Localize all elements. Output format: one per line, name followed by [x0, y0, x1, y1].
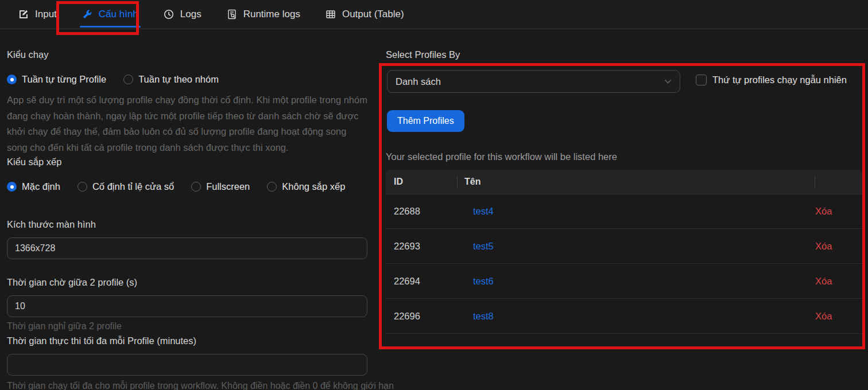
header-divider: [457, 176, 458, 188]
radio-fullscreen[interactable]: Fullscreen: [191, 181, 250, 192]
wait-time-input[interactable]: [7, 295, 367, 317]
random-order-checkbox-wrap[interactable]: Thứ tự profiles chạy ngẫu nhiên: [696, 75, 847, 85]
checkbox-unchecked-icon[interactable]: [696, 75, 707, 85]
file-search-icon: [227, 9, 237, 20]
screen-size-label: Kích thước màn hình: [7, 219, 367, 230]
radio-unselected-icon: [78, 182, 87, 192]
profile-id: 22688: [386, 206, 457, 217]
clock-icon: [164, 9, 174, 20]
random-order-label: Thứ tự profiles chạy ngẫu nhiên: [712, 75, 847, 85]
radio-label: Không sắp xếp: [282, 181, 345, 192]
wait-time-hint: Thời gian nghỉ giữa 2 profile: [7, 321, 367, 332]
radio-unselected-icon: [191, 182, 201, 192]
tab-output-table[interactable]: Output (Table): [313, 0, 417, 29]
radio-label: Tuần tự từng Profile: [22, 74, 106, 85]
table-row: 22696 test8 Xóa: [386, 299, 862, 334]
radio-selected-icon: [7, 182, 17, 192]
arrange-label: Kiểu sắp xếp: [7, 157, 367, 167]
chevron-down-icon: [664, 79, 672, 84]
config-panel: Kiểu chạy Tuần tự từng Profile Tuần tự t…: [7, 49, 367, 390]
screen-size-input[interactable]: [7, 237, 367, 259]
profiles-table: ID Tên 22688 test4 Xóa 22693 test5 Xóa 2…: [386, 170, 862, 334]
tab-label: Input: [35, 9, 57, 20]
radio-khong-sap-xep[interactable]: Không sắp xếp: [267, 181, 345, 192]
edit-icon: [18, 9, 29, 20]
radio-tuan-tu-theo-nhom[interactable]: Tuần tự theo nhóm: [123, 74, 219, 85]
table-icon: [326, 9, 336, 20]
max-time-hint-clipped: Thời gian chạy tối đa cho mỗi profile tr…: [7, 381, 367, 390]
run-type-radio-group: Tuần tự từng Profile Tuần tự theo nhóm: [7, 74, 367, 85]
profile-name-link[interactable]: test4: [473, 206, 494, 216]
arrange-radio-group: Mặc định Cố định tỉ lệ cửa sổ Fullscreen…: [7, 181, 367, 192]
profile-source-select[interactable]: Danh sách: [387, 70, 680, 93]
radio-unselected-icon: [123, 75, 133, 84]
profile-name-link[interactable]: test8: [473, 311, 494, 321]
header-divider: [815, 176, 815, 188]
profile-id: 22696: [386, 311, 457, 322]
table-row: 22693 test5 Xóa: [386, 229, 862, 264]
table-row: 22688 test4 Xóa: [386, 194, 862, 229]
radio-label: Cố định tỉ lệ cửa sổ: [92, 181, 174, 192]
delete-link[interactable]: Xóa: [815, 206, 832, 216]
profile-id: 22693: [386, 241, 457, 252]
tab-label: Cấu hình: [99, 9, 138, 20]
tab-input[interactable]: Input: [6, 0, 69, 29]
wait-time-label: Thời gian chờ giữa 2 profile (s): [7, 277, 367, 288]
profile-id: 22694: [386, 276, 457, 287]
radio-co-dinh-ti-le[interactable]: Cố định tỉ lệ cửa sổ: [78, 181, 174, 192]
tab-label: Logs: [180, 9, 202, 20]
radio-label: Fullscreen: [206, 181, 250, 192]
radio-mac-dinh[interactable]: Mặc định: [7, 181, 60, 192]
tab-label: Runtime logs: [243, 9, 300, 20]
tab-logs[interactable]: Logs: [151, 0, 214, 29]
radio-label: Mặc định: [22, 181, 60, 192]
radio-label: Tuần tự theo nhóm: [138, 74, 219, 85]
run-type-description: App sẽ duy trì một số lượng profile chạy…: [7, 92, 367, 155]
radio-tuan-tu-tung-profile[interactable]: Tuần tự từng Profile: [7, 74, 106, 85]
profiles-panel-header: Select Profiles By: [386, 49, 862, 60]
add-profiles-button[interactable]: Thêm Profiles: [387, 110, 464, 132]
select-profiles-by-label: Select Profiles By: [386, 49, 862, 60]
header-id: ID: [386, 177, 457, 187]
max-time-input[interactable]: [7, 354, 367, 376]
profile-name-link[interactable]: test5: [473, 241, 494, 251]
tab-runtime-logs[interactable]: Runtime logs: [214, 0, 313, 29]
tab-bar: Input Cấu hình Logs Runtime logs Output …: [0, 0, 868, 29]
run-type-label: Kiểu chạy: [7, 49, 367, 60]
tab-label: Output (Table): [342, 9, 404, 20]
radio-selected-icon: [7, 75, 17, 84]
max-time-label: Thời gian thực thi tối đa mỗi Profile (m…: [7, 336, 367, 346]
select-value: Danh sách: [396, 76, 441, 87]
delete-link[interactable]: Xóa: [815, 241, 832, 251]
radio-unselected-icon: [267, 182, 277, 192]
table-header: ID Tên: [386, 170, 862, 194]
tab-cau-hinh[interactable]: Cấu hình: [69, 0, 151, 29]
header-name: Tên: [457, 177, 815, 187]
delete-link[interactable]: Xóa: [815, 311, 832, 321]
delete-link[interactable]: Xóa: [815, 276, 832, 286]
wrench-icon: [82, 9, 92, 20]
profile-name-link[interactable]: test6: [473, 276, 494, 286]
selected-profiles-note: Your selected profile for this workflow …: [386, 151, 617, 162]
table-row: 22694 test6 Xóa: [386, 264, 862, 299]
